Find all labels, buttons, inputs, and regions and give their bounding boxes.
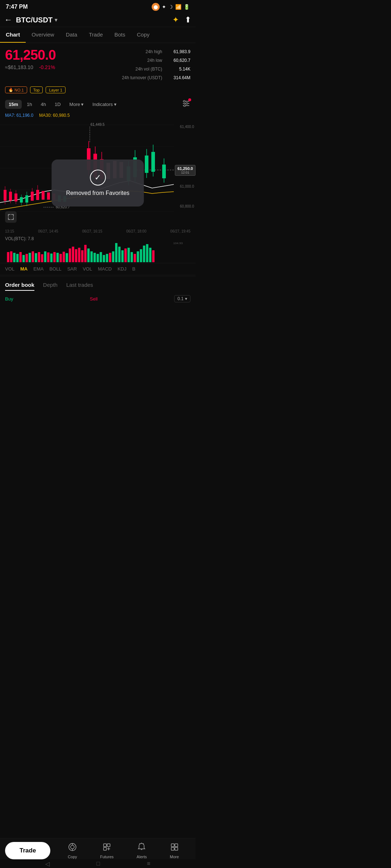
svg-rect-28	[36, 190, 39, 200]
expand-button[interactable]	[5, 211, 17, 223]
svg-rect-81	[50, 254, 52, 262]
svg-rect-89	[75, 249, 77, 262]
ind-tab-vol1[interactable]: VOL	[5, 266, 14, 272]
favorite-button[interactable]: ✦	[172, 15, 179, 25]
vol-label: VOL(BTC):	[5, 236, 28, 241]
back-button[interactable]: ←	[4, 15, 12, 25]
svg-rect-83	[56, 253, 59, 262]
time-label-1: 13:15	[5, 229, 14, 233]
moon-icon: ☽	[168, 4, 173, 10]
svg-rect-98	[103, 255, 105, 262]
svg-text:104.93: 104.93	[173, 242, 183, 245]
ind-tab-b[interactable]: B	[132, 266, 135, 272]
tab-trade[interactable]: Trade	[83, 27, 109, 43]
svg-rect-82	[53, 252, 55, 262]
tag-no1[interactable]: 🔥NO.1	[5, 86, 27, 93]
price-level-1: 61,400.0	[180, 125, 194, 129]
tab-bots[interactable]: Bots	[109, 27, 131, 43]
ind-tab-sar[interactable]: SAR	[67, 266, 77, 272]
tab-bar: Chart Overview Data Trade Bots Copy	[0, 27, 196, 43]
timeframe-bar: 15m 1h 4h 1D More ▾ Indicators ▾	[0, 97, 196, 111]
svg-rect-62	[162, 165, 166, 178]
record-icon: ⬤	[152, 3, 160, 11]
svg-rect-113	[149, 248, 151, 262]
ind-tab-ma[interactable]: MA	[20, 266, 28, 272]
svg-rect-101	[112, 251, 114, 262]
tf-1h[interactable]: 1h	[23, 100, 35, 109]
ind-tab-vol2[interactable]: VOL	[83, 266, 92, 272]
ob-header-row: Buy Sell 0.1 ▾	[5, 295, 190, 302]
svg-rect-90	[78, 248, 80, 262]
svg-point-4	[186, 103, 188, 105]
ind-tab-kdj[interactable]: KDJ	[118, 266, 127, 272]
order-book-tabs: Order book Depth Last trades	[5, 282, 190, 291]
ma-values: MA7: 61,196.0 MA30: 60,980.5	[0, 111, 196, 119]
chevron-more-icon: ▾	[81, 102, 84, 107]
svg-rect-75	[32, 251, 34, 262]
svg-rect-71	[19, 252, 21, 262]
tf-4h[interactable]: 4h	[37, 100, 50, 109]
turnover-label: 24h turnover (USDT)	[122, 73, 162, 82]
time-label-4: 06/27, 18:00	[126, 229, 147, 233]
price-left: 61,250.0 ≈$61,183.10 -0.21%	[5, 47, 56, 70]
ob-tab-orderbook[interactable]: Order book	[5, 282, 34, 291]
tab-chart[interactable]: Chart	[0, 27, 26, 43]
svg-rect-109	[137, 251, 139, 262]
tag-top[interactable]: Top	[30, 86, 43, 93]
vol-value: 7.8	[28, 236, 34, 241]
svg-rect-69	[13, 253, 15, 262]
vol-btc-label: 24h vol (BTC)	[135, 65, 162, 73]
ob-tab-depth[interactable]: Depth	[43, 282, 58, 291]
ind-tab-ema[interactable]: EMA	[33, 266, 43, 272]
svg-rect-78	[41, 254, 43, 262]
svg-rect-102	[115, 243, 117, 262]
svg-rect-107	[131, 252, 133, 262]
svg-rect-91	[81, 250, 83, 262]
svg-rect-31	[47, 192, 50, 200]
svg-rect-93	[87, 248, 89, 262]
ma30-label: MA30: 60,980.5	[39, 113, 70, 118]
current-price-badge: 61,250.0 12:01	[175, 165, 196, 176]
price-level-4: 60,800.0	[180, 204, 194, 208]
tf-more[interactable]: More ▾	[66, 100, 88, 109]
vol-btc-value: 5.14K	[165, 65, 190, 73]
svg-rect-74	[29, 253, 31, 262]
svg-rect-26	[31, 192, 34, 201]
ind-tab-macd[interactable]: MACD	[98, 266, 112, 272]
notif-check-icon: ✓	[90, 170, 106, 186]
svg-rect-103	[118, 247, 121, 262]
svg-rect-112	[146, 244, 148, 262]
pair-title[interactable]: BTC/USDT ▾	[16, 16, 57, 24]
chart-area[interactable]: 61,449.5 61,400.0 61,250.0 61,000.0 60,8…	[0, 119, 196, 228]
tag-layer1[interactable]: Layer 1	[46, 86, 66, 93]
tab-copy[interactable]: Copy	[131, 27, 155, 43]
svg-rect-57	[151, 152, 155, 172]
svg-point-3	[184, 101, 185, 102]
svg-rect-105	[125, 248, 127, 262]
tf-1d[interactable]: 1D	[51, 100, 64, 109]
ob-tab-lasttrades[interactable]: Last trades	[66, 282, 93, 291]
svg-rect-97	[100, 252, 102, 262]
usd-price: ≈$61,183.10	[5, 64, 33, 70]
size-selector[interactable]: 0.1 ▾	[174, 295, 190, 302]
svg-rect-88	[72, 247, 74, 262]
share-button[interactable]: ⬆	[185, 15, 191, 25]
tf-15m[interactable]: 15m	[5, 100, 22, 109]
svg-rect-85	[63, 252, 65, 262]
bluetooth-icon: ✦	[162, 4, 166, 10]
volume-section: VOL(BTC): 7.8	[0, 235, 196, 241]
svg-rect-77	[38, 252, 40, 262]
ind-tab-boll[interactable]: BOLL	[49, 266, 61, 272]
tab-overview[interactable]: Overview	[26, 27, 60, 43]
settings-dot	[188, 98, 191, 101]
tab-data[interactable]: Data	[60, 27, 83, 43]
size-value: 0.1	[177, 296, 184, 301]
volume-bars: 104.93	[0, 241, 196, 263]
size-chevron-icon: ▾	[185, 296, 187, 301]
svg-rect-104	[121, 250, 123, 262]
svg-rect-30	[42, 191, 45, 200]
svg-rect-54	[145, 156, 148, 173]
tf-indicators[interactable]: Indicators ▾	[89, 100, 120, 109]
tf-settings[interactable]	[182, 99, 190, 109]
svg-rect-114	[152, 250, 154, 262]
